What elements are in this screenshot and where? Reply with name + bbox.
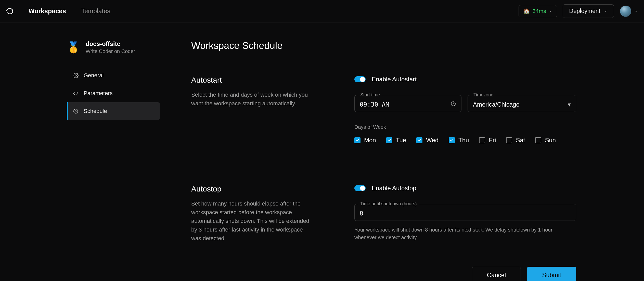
clock-icon <box>450 101 456 108</box>
workspace-header: 🥇 docs-offsite Write Coder on Coder <box>67 40 163 54</box>
dow-wed[interactable]: Wed <box>416 137 439 144</box>
shutdown-hours-value: 8 <box>360 210 363 217</box>
dow-label-text: Sat <box>516 137 525 144</box>
sidebar-item-label: Parameters <box>84 90 113 97</box>
autostart-section: Autostart Select the time and days of we… <box>191 76 644 144</box>
dow-thu[interactable]: Thu <box>449 137 469 144</box>
autostart-title: Autostart <box>191 76 334 84</box>
dow-row: Mon Tue Wed Thu <box>354 137 576 144</box>
svg-point-0 <box>75 75 76 76</box>
avatar <box>620 6 631 17</box>
deployment-label: Deployment <box>569 8 600 15</box>
shutdown-hours-field[interactable]: Time until shutdown (hours) 8 <box>354 204 576 221</box>
gear-icon <box>73 73 79 78</box>
latency-pill[interactable]: 🏠 34ms <box>519 5 557 17</box>
dow-label-text: Wed <box>426 137 439 144</box>
autostop-desc: Set how many hours should elapse after t… <box>191 199 314 243</box>
workspace-name: docs-offsite <box>86 40 135 47</box>
autostop-section: Autostop Set how many hours should elaps… <box>191 185 644 281</box>
dow-label-text: Mon <box>364 137 376 144</box>
autostop-toggle-label: Enable Autostop <box>372 185 416 192</box>
dow-label-text: Tue <box>396 137 406 144</box>
nav-templates[interactable]: Templates <box>81 7 110 15</box>
autostop-helper: Your workspace will shut down 8 hours af… <box>354 226 571 241</box>
timezone-field[interactable]: Timezone America/Chicago ▾ <box>468 95 576 112</box>
sidebar-item-label: General <box>84 72 104 79</box>
shutdown-hours-label: Time until shutdown (hours) <box>358 201 419 207</box>
deployment-button[interactable]: Deployment <box>563 4 614 18</box>
clock-icon <box>73 108 79 114</box>
sidebar-item-schedule[interactable]: Schedule <box>67 102 160 120</box>
code-icon <box>73 91 79 96</box>
checkbox-icon <box>416 137 422 143</box>
checkbox-icon <box>506 137 512 143</box>
dow-label-text: Sun <box>545 137 556 144</box>
dow-sat[interactable]: Sat <box>506 137 525 144</box>
dow-sun[interactable]: Sun <box>535 137 556 144</box>
autostart-toggle-label: Enable Autostart <box>372 76 417 83</box>
medal-icon: 🥇 <box>67 42 80 53</box>
caret-down-icon: ▾ <box>568 101 571 108</box>
sidebar: 🥇 docs-offsite Write Coder on Coder Gene… <box>0 40 163 281</box>
autostop-toggle[interactable] <box>354 185 366 191</box>
checkbox-icon <box>386 137 392 143</box>
autostart-toggle[interactable] <box>354 76 366 82</box>
checkbox-icon <box>449 137 455 143</box>
page-title: Workspace Schedule <box>191 40 644 51</box>
nav-links: Workspaces Templates <box>29 7 110 15</box>
checkbox-icon <box>535 137 541 143</box>
start-time-label: Start time <box>358 92 382 98</box>
dow-label-text: Thu <box>458 137 469 144</box>
workspace-subtitle: Write Coder on Coder <box>86 48 135 54</box>
chevron-down-icon <box>604 9 608 13</box>
chevron-down-icon <box>549 9 552 13</box>
top-nav: Workspaces Templates 🏠 34ms Deployment <box>0 0 644 22</box>
start-time-field[interactable]: Start time 09:30 AM <box>354 95 461 112</box>
logo-icon <box>5 7 14 16</box>
chevron-down-icon <box>634 9 638 13</box>
dow-label-text: Fri <box>489 137 496 144</box>
dow-tue[interactable]: Tue <box>386 137 406 144</box>
checkbox-icon <box>479 137 485 143</box>
logo[interactable] <box>5 7 14 16</box>
dow-mon[interactable]: Mon <box>354 137 376 144</box>
user-menu[interactable] <box>620 6 638 17</box>
form-footer: Cancel Submit <box>354 267 576 281</box>
sidebar-item-general[interactable]: General <box>67 67 160 84</box>
dow-fri[interactable]: Fri <box>479 137 496 144</box>
autostart-desc: Select the time and days of week on whic… <box>191 91 314 108</box>
start-time-value: 09:30 AM <box>360 101 389 108</box>
timezone-label: Timezone <box>471 92 495 98</box>
sidebar-item-parameters[interactable]: Parameters <box>67 84 160 102</box>
house-icon: 🏠 <box>523 8 530 14</box>
timezone-value: America/Chicago <box>473 101 520 108</box>
nav-workspaces[interactable]: Workspaces <box>29 7 66 15</box>
submit-button[interactable]: Submit <box>527 267 576 281</box>
dow-label: Days of Week <box>354 124 576 130</box>
cancel-button[interactable]: Cancel <box>472 267 521 281</box>
autostop-title: Autostop <box>191 185 334 193</box>
sidebar-item-label: Schedule <box>84 108 107 114</box>
content: Workspace Schedule Autostart Select the … <box>163 40 644 281</box>
latency-value: 34ms <box>532 8 546 15</box>
checkbox-icon <box>354 137 360 143</box>
